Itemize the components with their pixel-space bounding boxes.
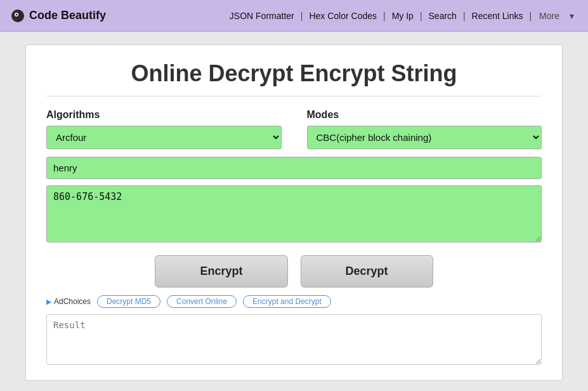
- text-input[interactable]: 860-676-5432: [46, 185, 542, 242]
- card: Online Decrypt Encrypt String Algorithms…: [25, 44, 563, 381]
- decrypt-button[interactable]: Decrypt: [301, 255, 433, 288]
- sep-5: |: [525, 11, 535, 21]
- sep-3: |: [416, 11, 426, 21]
- ad-choices-label: AdChoices: [54, 297, 91, 306]
- result-box[interactable]: [46, 314, 542, 365]
- modes-column: Modes CBC(cipher block chaining) CFB CTR…: [307, 109, 542, 149]
- nav-item-json-formatter[interactable]: JSON Formatter: [227, 11, 297, 21]
- ad-choices: ▶ AdChoices: [46, 297, 91, 306]
- modes-label: Modes: [307, 109, 542, 121]
- pill-link-convert-online[interactable]: Convert Online: [167, 295, 237, 308]
- page-title: Online Decrypt Encrypt String: [46, 60, 542, 96]
- nav-links: JSON Formatter | Hex Color Codes | My Ip…: [227, 11, 578, 21]
- more-label: More: [535, 11, 563, 21]
- nav-item-hex-color-codes[interactable]: Hex Color Codes: [306, 11, 379, 21]
- logo-area: Code Beautify: [10, 8, 106, 23]
- logo-text: Code Beautify: [29, 9, 106, 22]
- ad-links-row: ▶ AdChoices Decrypt MD5 Convert Online E…: [46, 295, 542, 308]
- algorithms-label: Algorithms: [46, 109, 282, 121]
- svg-point-2: [16, 13, 18, 15]
- chevron-down-icon: ▾: [566, 11, 578, 21]
- modes-select[interactable]: CBC(cipher block chaining) CFB CTR OFB E…: [307, 126, 542, 149]
- logo-icon: [10, 8, 25, 23]
- header: Code Beautify JSON Formatter | Hex Color…: [0, 0, 588, 32]
- nav-item-my-ip[interactable]: My Ip: [389, 11, 416, 21]
- nav-item-search[interactable]: Search: [426, 11, 459, 21]
- algorithms-select[interactable]: Arcfour AES DES TripleDES Rabbit RC4: [46, 126, 282, 149]
- pill-link-decrypt-md5[interactable]: Decrypt MD5: [97, 295, 160, 308]
- nav-item-recent-links[interactable]: Recent Links: [469, 11, 526, 21]
- buttons-row: Encrypt Decrypt: [46, 255, 542, 288]
- columns-row: Algorithms Arcfour AES DES TripleDES Rab…: [46, 109, 542, 149]
- nav-more-button[interactable]: More ▾: [535, 11, 578, 21]
- pill-link-encrypt-and-decrypt[interactable]: Encrypt and Decrypt: [243, 295, 331, 308]
- sep-1: |: [297, 11, 307, 21]
- main-container: Online Decrypt Encrypt String Algorithms…: [0, 32, 588, 391]
- sep-2: |: [379, 11, 389, 21]
- sep-4: |: [459, 11, 469, 21]
- algorithms-column: Algorithms Arcfour AES DES TripleDES Rab…: [46, 109, 282, 149]
- key-input[interactable]: [46, 157, 542, 179]
- encrypt-button[interactable]: Encrypt: [155, 255, 287, 288]
- ad-play-icon: ▶: [46, 298, 51, 306]
